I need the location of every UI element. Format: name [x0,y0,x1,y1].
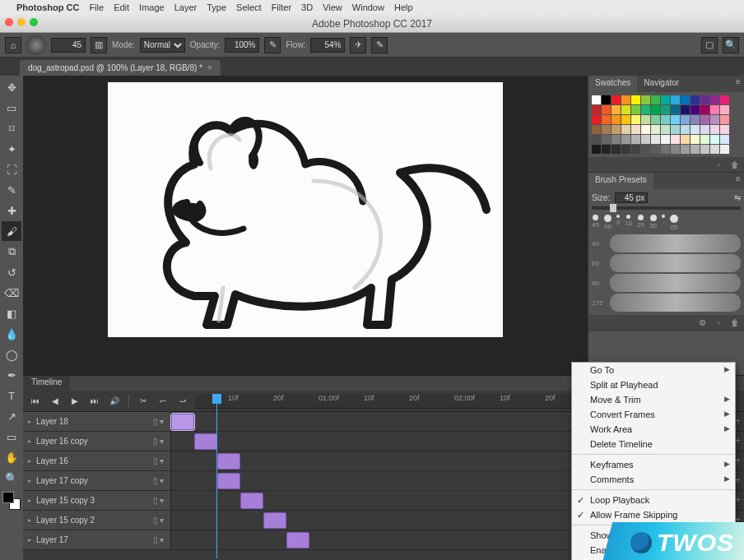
flip-brush-icon[interactable]: ⇋ [734,193,741,202]
brush-options-icon[interactable]: ⚙ [696,317,708,328]
menu-item[interactable]: Loop Playback [572,493,735,507]
split-icon[interactable]: ✂ [136,394,151,409]
marquee-tool-icon[interactable]: ▭ [2,98,21,118]
track-expand-icon[interactable]: ▸ [28,457,31,465]
pen-tool-icon[interactable]: ✒ [2,365,21,385]
track-options-icon[interactable]: ▯▾ [153,496,165,505]
brush-size-input[interactable] [51,38,86,53]
opacity-input[interactable] [225,38,259,53]
track-header[interactable]: ▸Layer 17▯▾ [23,530,171,549]
swatch[interactable] [700,115,709,124]
swatch[interactable] [661,135,670,144]
swatch[interactable] [710,115,719,124]
brush-tip-icon[interactable] [638,215,644,220]
first-frame-icon[interactable]: ⏮ [28,394,43,409]
flow-input[interactable] [310,38,345,53]
hand-tool-icon[interactable]: ✋ [2,447,21,467]
add-clip-icon[interactable]: + [735,435,741,447]
menu-select[interactable]: Select [236,2,262,12]
history-brush-tool-icon[interactable]: ↺ [2,262,21,282]
swatch[interactable] [671,145,680,154]
track-header[interactable]: ▸Layer 15 copy 2▯▾ [23,511,171,530]
airbrush-icon[interactable]: ✈ [350,37,366,53]
gradient-tool-icon[interactable]: ◧ [2,303,21,323]
brush-tip-icon[interactable] [670,215,678,223]
swatch[interactable] [691,135,700,144]
clip[interactable] [194,433,217,450]
menu-item[interactable]: Allow Frame Skipping [572,507,735,522]
panel-menu-icon[interactable]: ≡ [732,76,744,87]
close-window-icon[interactable] [5,18,13,26]
track-options-icon[interactable]: ▯▾ [153,456,165,465]
brush-tip-icon[interactable] [616,215,620,218]
swatch[interactable] [681,115,690,124]
swatch[interactable] [720,125,729,134]
swatch[interactable] [602,145,611,154]
next-frame-icon[interactable]: ⏭ [87,394,102,409]
track-expand-icon[interactable]: ▸ [28,497,31,504]
swatch[interactable] [592,95,601,104]
swatch[interactable] [661,105,670,114]
canvas[interactable] [108,82,503,337]
brush-tip-icon[interactable] [650,215,657,221]
swatch[interactable] [641,105,650,114]
swatch[interactable] [641,145,650,154]
document-tab[interactable]: dog_astropad.psd @ 100% (Layer 18, RGB/8… [20,60,221,76]
menu-help[interactable]: Help [394,2,413,12]
brush-stroke-preview[interactable] [610,254,741,272]
brush-size-slider[interactable] [592,206,741,210]
type-tool-icon[interactable]: T [2,386,21,405]
playhead-icon[interactable] [216,394,217,558]
clip[interactable] [217,473,240,489]
swatch[interactable] [691,145,700,154]
wand-tool-icon[interactable]: ✦ [2,139,21,159]
menu-filter[interactable]: Filter [272,2,291,12]
menu-item[interactable]: Comments [572,472,735,487]
delete-swatch-icon[interactable]: 🗑 [729,159,741,170]
track-expand-icon[interactable]: ▸ [28,418,31,425]
swatch[interactable] [592,145,601,154]
track-options-icon[interactable]: ▯▾ [153,417,165,426]
swatch[interactable] [602,105,611,114]
swatch[interactable] [661,115,670,124]
brush-tip-icon[interactable] [626,215,630,219]
swatch[interactable] [671,125,680,134]
lasso-tool-icon[interactable]: ⌑ [2,118,21,138]
swatch[interactable] [720,135,729,144]
brush-stroke-previews[interactable]: 406090175 [592,234,741,312]
brush-tip-icon[interactable] [662,215,665,218]
brush-tips-row[interactable]: 45608102530·65 [592,215,741,231]
swatch[interactable] [661,95,670,104]
swatch[interactable] [651,145,660,154]
swatch[interactable] [592,135,601,144]
menu-edit[interactable]: Edit [114,2,129,12]
track-options-icon[interactable]: ▯▾ [153,437,165,446]
menu-image[interactable]: Image [139,2,165,12]
minimize-window-icon[interactable] [17,18,26,26]
new-brush-icon[interactable]: ▫ [713,317,724,328]
swatch[interactable] [611,145,621,154]
menu-item[interactable]: Keyframes [572,457,735,472]
add-clip-icon[interactable]: + [735,474,741,486]
clip[interactable] [171,414,194,430]
swatch[interactable] [641,125,650,134]
clip[interactable] [240,493,263,509]
swatch[interactable] [621,135,630,144]
track-expand-icon[interactable]: ▸ [28,516,31,524]
brush-stroke-preview[interactable] [610,274,741,292]
app-menu[interactable]: Photoshop CC [16,2,79,12]
search-icon[interactable]: 🔍 [723,37,739,53]
swatch[interactable] [661,125,670,134]
swatch[interactable] [691,115,700,124]
swatch[interactable] [641,135,650,144]
track-header[interactable]: ▸Layer 17 copy▯▾ [23,471,171,490]
path-tool-icon[interactable]: ↗ [2,406,21,426]
swatch[interactable] [700,95,709,104]
swatch[interactable] [681,135,690,144]
swatch[interactable] [631,125,640,134]
navigator-tab[interactable]: Navigator [637,76,686,92]
swatch[interactable] [710,105,719,114]
track-header[interactable]: ▸Layer 16▯▾ [23,451,171,470]
menu-view[interactable]: View [323,2,342,12]
track-options-icon[interactable]: ▯▾ [153,476,165,485]
